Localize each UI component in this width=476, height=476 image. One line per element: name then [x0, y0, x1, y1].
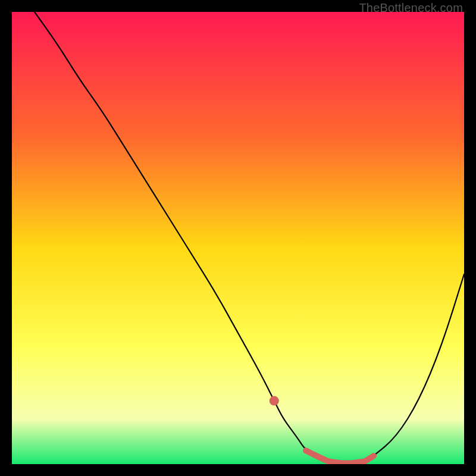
- chart-svg: [12, 12, 464, 464]
- bottleneck-curve: [35, 12, 464, 463]
- highlight-dot: [270, 396, 279, 406]
- watermark-text: TheBottleneck.com: [359, 1, 463, 15]
- highlight-segment: [306, 450, 374, 463]
